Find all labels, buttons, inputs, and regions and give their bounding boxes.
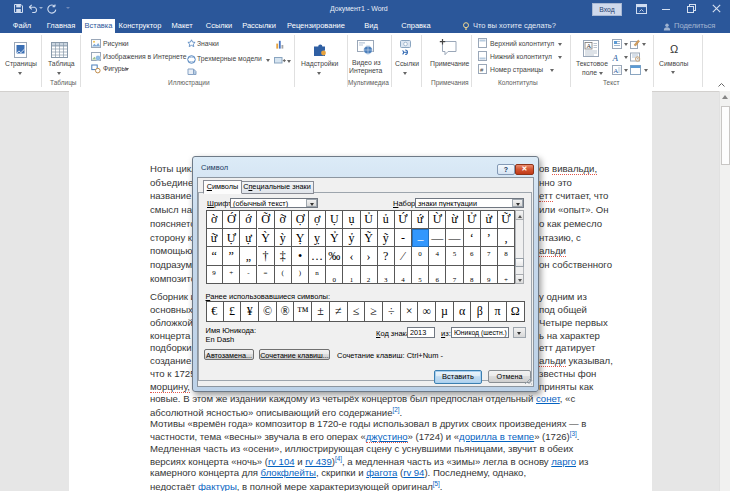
svg-text:A: A xyxy=(612,53,619,63)
svg-text:A: A xyxy=(586,42,591,49)
svg-text:A: A xyxy=(613,67,618,75)
